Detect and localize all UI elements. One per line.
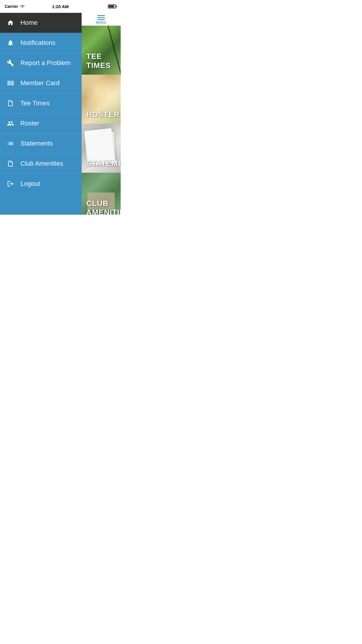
sidebar-item-club-amenities[interactable]: Club Amenities [0, 154, 82, 174]
time-display: 1:20 AM [52, 4, 69, 9]
tee-times-label: Tee Times [20, 99, 50, 107]
bell-icon [6, 38, 15, 48]
person-icon [6, 119, 15, 128]
status-bar-left: Carrier [5, 4, 25, 9]
svg-rect-2 [9, 81, 10, 85]
sidebar-item-home[interactable]: Home [0, 13, 82, 33]
statements-tile-label: STATEMENTS [86, 159, 121, 168]
content-panel: MENU TEE TIMES ROSTER STATEMENTS CLUB AM… [82, 13, 121, 215]
statements-label: Statements [20, 140, 53, 147]
tee-times-tile[interactable]: TEE TIMES [82, 26, 121, 75]
hamburger-icon [97, 15, 105, 20]
sidebar: Home Notifications Report a Problem Memb… [0, 13, 82, 215]
list-icon [6, 139, 15, 148]
wifi-icon [20, 4, 25, 8]
menu-header[interactable]: MENU [82, 13, 121, 26]
sidebar-item-statements[interactable]: Statements [0, 134, 82, 154]
status-bar: Carrier 1:20 AM [0, 0, 121, 13]
battery-icon [108, 4, 116, 8]
report-problem-label: Report a Problem [20, 59, 71, 67]
svg-rect-5 [12, 81, 12, 85]
svg-rect-6 [13, 81, 13, 85]
club-amenities-label: Club Amenities [20, 160, 63, 167]
logout-label: Logout [20, 180, 40, 188]
battery-fill [109, 5, 114, 8]
sidebar-item-tee-times[interactable]: Tee Times [0, 93, 82, 113]
svg-rect-1 [8, 81, 9, 85]
app-container: Home Notifications Report a Problem Memb… [0, 13, 121, 215]
logout-icon [6, 179, 15, 188]
sidebar-item-report-problem[interactable]: Report a Problem [0, 53, 82, 73]
sidebar-item-notifications[interactable]: Notifications [0, 33, 82, 53]
statements-tile[interactable]: STATEMENTS [82, 124, 121, 173]
wrench-icon [6, 58, 15, 68]
member-card-label: Member Card [20, 79, 59, 87]
club-amenities-tile[interactable]: CLUB AMENITIES [82, 173, 121, 215]
svg-rect-4 [11, 81, 11, 85]
document-icon [6, 99, 15, 108]
svg-rect-0 [8, 81, 8, 85]
svg-rect-3 [10, 81, 10, 85]
club-amenities-icon [6, 159, 15, 168]
sidebar-item-roster[interactable]: Roster [0, 113, 82, 134]
status-bar-right [108, 4, 116, 8]
notifications-label: Notifications [20, 39, 55, 47]
home-label: Home [20, 19, 38, 27]
roster-label: Roster [20, 120, 39, 127]
svg-rect-7 [13, 81, 14, 85]
sidebar-item-member-card[interactable]: Member Card [0, 73, 82, 93]
home-icon [6, 18, 15, 27]
club-amenities-tile-label: CLUB AMENITIES [86, 199, 121, 215]
roster-tile[interactable]: ROSTER [82, 75, 121, 124]
carrier-text: Carrier [5, 4, 18, 9]
menu-label: MENU [96, 21, 106, 24]
roster-tile-label: ROSTER [86, 110, 120, 119]
tee-times-tile-label: TEE TIMES [86, 52, 121, 70]
sidebar-item-logout[interactable]: Logout [0, 174, 82, 194]
barcode-icon [6, 78, 15, 88]
